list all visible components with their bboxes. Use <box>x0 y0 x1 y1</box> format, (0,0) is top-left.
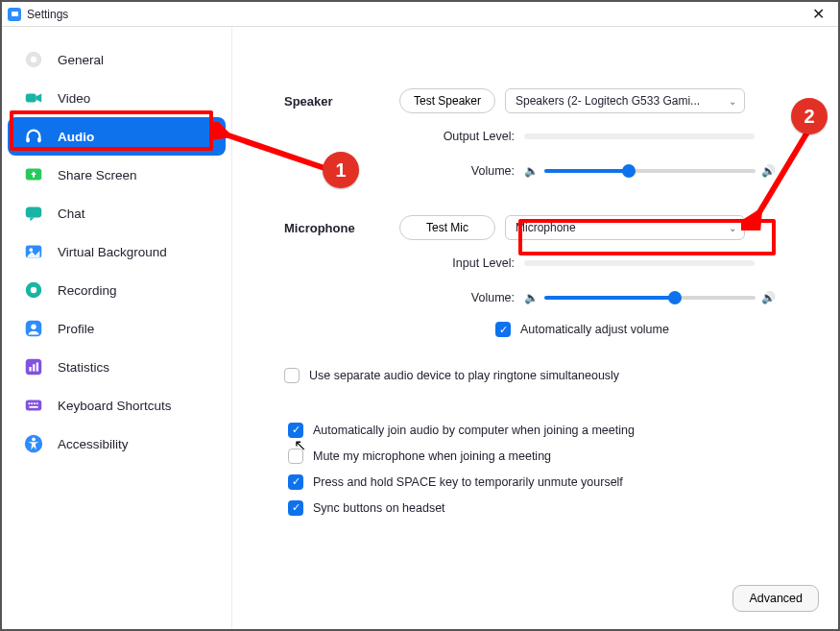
test-speaker-button[interactable]: Test Speaker <box>399 88 495 113</box>
sidebar-item-label: Statistics <box>58 360 109 375</box>
svg-rect-14 <box>29 367 31 372</box>
volume-low-icon: 🔈 <box>524 291 539 304</box>
speaker-output-level-row: Output Level: <box>255 119 815 154</box>
chat-icon <box>23 203 44 224</box>
sidebar-item-virtual-background[interactable]: Virtual Background <box>8 232 226 271</box>
svg-rect-18 <box>29 402 31 404</box>
svg-rect-4 <box>37 137 41 143</box>
test-mic-button[interactable]: Test Mic <box>399 215 495 240</box>
sidebar-item-label: Accessibility <box>58 437 129 451</box>
svg-rect-17 <box>26 400 42 411</box>
volume-high-icon: 🔊 <box>761 291 776 304</box>
sidebar-item-label: Virtual Background <box>58 245 167 259</box>
sidebar: General Video Audio Share Screen <box>2 27 232 629</box>
svg-rect-16 <box>36 362 38 371</box>
mute-mic-on-join-label: Mute my microphone when joining a meetin… <box>313 449 551 463</box>
virtualbg-icon <box>23 241 44 262</box>
microphone-device-dropdown[interactable]: Microphone ⌄ <box>505 215 745 240</box>
microphone-input-level-meter <box>524 260 755 266</box>
zoom-app-icon <box>8 8 21 21</box>
output-level-label: Output Level: <box>428 130 515 143</box>
sidebar-item-video[interactable]: Video <box>8 79 226 117</box>
video-icon <box>23 87 44 109</box>
auto-adjust-volume-checkbox[interactable]: ✓ <box>495 322 511 337</box>
svg-rect-2 <box>26 93 36 102</box>
keyboard-icon <box>23 395 44 416</box>
sidebar-item-accessibility[interactable]: Accessibility <box>8 425 226 463</box>
auto-adjust-volume-label: Automatically adjust volume <box>520 323 669 336</box>
share-icon <box>23 164 44 185</box>
auto-join-audio-row: ✓ Automatically join audio by computer w… <box>255 417 815 443</box>
svg-point-8 <box>29 248 33 252</box>
content-panel: Speaker Test Speaker Speakers (2- Logite… <box>232 27 838 629</box>
sidebar-item-label: Profile <box>58 322 94 336</box>
speaker-output-level-meter <box>524 133 755 139</box>
svg-rect-3 <box>26 137 30 143</box>
sidebar-item-label: Share Screen <box>58 168 137 182</box>
microphone-volume-row: Volume: 🔈 🔊 <box>255 280 815 315</box>
speaker-device-dropdown[interactable]: Speakers (2- Logitech G533 Gami... ⌄ <box>505 88 745 113</box>
sidebar-item-statistics[interactable]: Statistics <box>8 348 226 386</box>
microphone-section: Microphone Test Mic Microphone ⌄ <box>255 215 815 240</box>
microphone-heading: Microphone <box>255 221 371 235</box>
speaker-volume-row: Volume: 🔈 🔊 <box>255 154 815 188</box>
microphone-volume-label: Volume: <box>428 291 515 304</box>
window-title: Settings <box>27 8 68 21</box>
sync-headset-checkbox[interactable]: ✓ <box>288 500 303 516</box>
headphones-icon <box>23 126 44 147</box>
separate-device-label: Use separate audio device to play ringto… <box>309 369 619 382</box>
speaker-heading: Speaker <box>255 94 371 109</box>
microphone-device-value: Microphone <box>516 221 576 234</box>
svg-rect-22 <box>29 406 37 408</box>
profile-icon <box>23 318 44 339</box>
sidebar-item-profile[interactable]: Profile <box>8 309 226 348</box>
auto-join-audio-label: Automatically join audio by computer whe… <box>313 424 635 437</box>
svg-point-12 <box>31 324 36 329</box>
input-level-label: Input Level: <box>428 256 515 270</box>
space-unmute-row: ✓ Press and hold SPACE key to temporaril… <box>255 469 815 495</box>
sidebar-item-general[interactable]: General <box>8 40 226 79</box>
svg-rect-21 <box>36 402 38 404</box>
sidebar-item-audio[interactable]: Audio <box>8 117 226 156</box>
sidebar-item-label: Chat <box>58 206 85 221</box>
mute-mic-on-join-row: Mute my microphone when joining a meetin… <box>255 443 815 469</box>
speaker-device-value: Speakers (2- Logitech G533 Gami... <box>516 94 700 108</box>
microphone-input-level-row: Input Level: <box>255 246 815 280</box>
space-unmute-label: Press and hold SPACE key to temporarily … <box>313 475 623 489</box>
svg-rect-6 <box>26 207 42 218</box>
sidebar-item-share-screen[interactable]: Share Screen <box>8 156 226 194</box>
speaker-volume-slider[interactable] <box>544 169 756 173</box>
gear-icon <box>23 49 44 70</box>
sync-headset-label: Sync buttons on headset <box>313 501 445 515</box>
titlebar: Settings ✕ <box>2 2 838 27</box>
microphone-volume-slider[interactable] <box>544 296 756 300</box>
sidebar-item-recording[interactable]: Recording <box>8 271 226 309</box>
chevron-down-icon: ⌄ <box>729 96 736 107</box>
sidebar-item-chat[interactable]: Chat <box>8 194 226 232</box>
sidebar-item-label: General <box>58 53 104 67</box>
svg-point-1 <box>31 57 36 62</box>
record-icon <box>23 279 44 301</box>
close-button[interactable]: ✕ <box>804 5 832 23</box>
sync-headset-row: ✓ Sync buttons on headset <box>255 495 815 521</box>
settings-window: Settings ✕ General Video Audio <box>0 0 840 631</box>
mouse-cursor-icon: ↖ <box>294 436 306 454</box>
chevron-down-icon: ⌄ <box>729 223 736 233</box>
accessibility-icon <box>23 433 44 454</box>
separate-device-row: Use separate audio device to play ringto… <box>255 361 815 390</box>
auto-adjust-volume-row: ✓ Automatically adjust volume <box>255 315 815 344</box>
advanced-button[interactable]: Advanced <box>732 585 819 612</box>
svg-point-24 <box>32 438 36 442</box>
sidebar-item-label: Video <box>58 91 90 106</box>
space-unmute-checkbox[interactable]: ✓ <box>288 474 303 490</box>
svg-rect-20 <box>34 402 36 404</box>
speaker-volume-label: Volume: <box>428 164 515 178</box>
svg-rect-15 <box>33 364 35 371</box>
sidebar-item-label: Keyboard Shortcuts <box>58 399 172 413</box>
svg-point-10 <box>31 287 36 293</box>
volume-low-icon: 🔈 <box>524 164 539 178</box>
sidebar-item-label: Recording <box>58 283 117 298</box>
sidebar-item-keyboard-shortcuts[interactable]: Keyboard Shortcuts <box>8 386 226 425</box>
speaker-section: Speaker Test Speaker Speakers (2- Logite… <box>255 88 815 113</box>
separate-device-checkbox[interactable] <box>284 368 300 383</box>
